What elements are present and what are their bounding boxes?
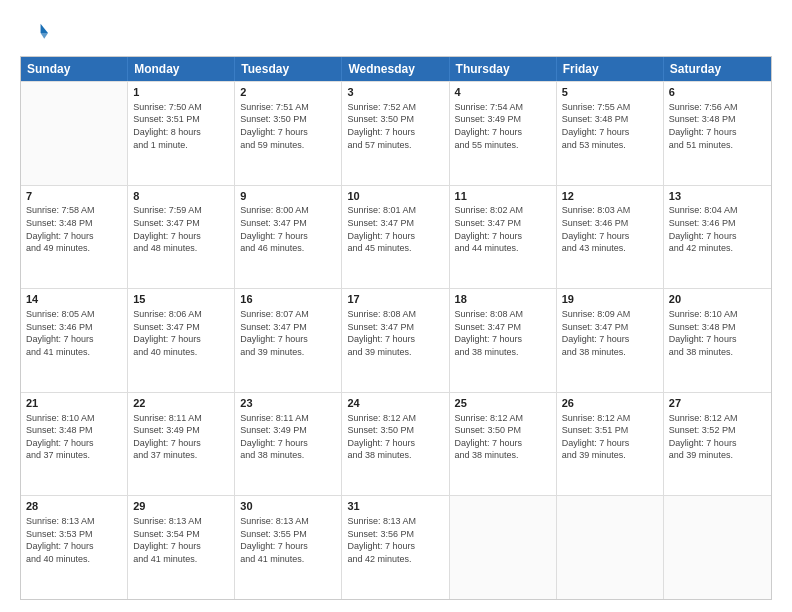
day-info: Sunrise: 8:08 AM Sunset: 3:47 PM Dayligh… <box>455 308 551 358</box>
header-day-sunday: Sunday <box>21 57 128 81</box>
page: SundayMondayTuesdayWednesdayThursdayFrid… <box>0 0 792 612</box>
day-number: 17 <box>347 292 443 307</box>
day-number: 30 <box>240 499 336 514</box>
header-day-thursday: Thursday <box>450 57 557 81</box>
cal-cell: 20Sunrise: 8:10 AM Sunset: 3:48 PM Dayli… <box>664 289 771 392</box>
day-info: Sunrise: 8:12 AM Sunset: 3:50 PM Dayligh… <box>347 412 443 462</box>
day-number: 22 <box>133 396 229 411</box>
day-info: Sunrise: 8:04 AM Sunset: 3:46 PM Dayligh… <box>669 204 766 254</box>
day-number: 7 <box>26 189 122 204</box>
cal-cell: 2Sunrise: 7:51 AM Sunset: 3:50 PM Daylig… <box>235 82 342 185</box>
day-info: Sunrise: 7:58 AM Sunset: 3:48 PM Dayligh… <box>26 204 122 254</box>
day-info: Sunrise: 8:07 AM Sunset: 3:47 PM Dayligh… <box>240 308 336 358</box>
cal-cell: 18Sunrise: 8:08 AM Sunset: 3:47 PM Dayli… <box>450 289 557 392</box>
day-info: Sunrise: 7:56 AM Sunset: 3:48 PM Dayligh… <box>669 101 766 151</box>
logo-icon <box>20 20 48 48</box>
day-number: 9 <box>240 189 336 204</box>
header-day-wednesday: Wednesday <box>342 57 449 81</box>
day-number: 13 <box>669 189 766 204</box>
day-number: 12 <box>562 189 658 204</box>
svg-marker-1 <box>41 33 48 39</box>
cal-cell <box>664 496 771 599</box>
day-info: Sunrise: 7:51 AM Sunset: 3:50 PM Dayligh… <box>240 101 336 151</box>
day-info: Sunrise: 8:00 AM Sunset: 3:47 PM Dayligh… <box>240 204 336 254</box>
header-day-monday: Monday <box>128 57 235 81</box>
day-info: Sunrise: 8:11 AM Sunset: 3:49 PM Dayligh… <box>240 412 336 462</box>
cal-cell: 15Sunrise: 8:06 AM Sunset: 3:47 PM Dayli… <box>128 289 235 392</box>
cal-cell: 23Sunrise: 8:11 AM Sunset: 3:49 PM Dayli… <box>235 393 342 496</box>
header-day-saturday: Saturday <box>664 57 771 81</box>
day-number: 29 <box>133 499 229 514</box>
week-row-2: 7Sunrise: 7:58 AM Sunset: 3:48 PM Daylig… <box>21 185 771 289</box>
cal-cell: 1Sunrise: 7:50 AM Sunset: 3:51 PM Daylig… <box>128 82 235 185</box>
cal-cell: 31Sunrise: 8:13 AM Sunset: 3:56 PM Dayli… <box>342 496 449 599</box>
day-number: 6 <box>669 85 766 100</box>
day-info: Sunrise: 7:52 AM Sunset: 3:50 PM Dayligh… <box>347 101 443 151</box>
week-row-3: 14Sunrise: 8:05 AM Sunset: 3:46 PM Dayli… <box>21 288 771 392</box>
day-info: Sunrise: 8:13 AM Sunset: 3:53 PM Dayligh… <box>26 515 122 565</box>
day-number: 19 <box>562 292 658 307</box>
cal-cell: 19Sunrise: 8:09 AM Sunset: 3:47 PM Dayli… <box>557 289 664 392</box>
cal-cell: 11Sunrise: 8:02 AM Sunset: 3:47 PM Dayli… <box>450 186 557 289</box>
day-info: Sunrise: 8:06 AM Sunset: 3:47 PM Dayligh… <box>133 308 229 358</box>
day-info: Sunrise: 7:59 AM Sunset: 3:47 PM Dayligh… <box>133 204 229 254</box>
cal-cell: 12Sunrise: 8:03 AM Sunset: 3:46 PM Dayli… <box>557 186 664 289</box>
calendar: SundayMondayTuesdayWednesdayThursdayFrid… <box>20 56 772 600</box>
week-row-1: 1Sunrise: 7:50 AM Sunset: 3:51 PM Daylig… <box>21 81 771 185</box>
day-number: 2 <box>240 85 336 100</box>
cal-cell: 10Sunrise: 8:01 AM Sunset: 3:47 PM Dayli… <box>342 186 449 289</box>
day-info: Sunrise: 8:12 AM Sunset: 3:51 PM Dayligh… <box>562 412 658 462</box>
cal-cell <box>21 82 128 185</box>
day-number: 4 <box>455 85 551 100</box>
day-info: Sunrise: 8:13 AM Sunset: 3:56 PM Dayligh… <box>347 515 443 565</box>
day-number: 27 <box>669 396 766 411</box>
cal-cell <box>450 496 557 599</box>
day-number: 3 <box>347 85 443 100</box>
cal-cell: 22Sunrise: 8:11 AM Sunset: 3:49 PM Dayli… <box>128 393 235 496</box>
day-number: 5 <box>562 85 658 100</box>
day-number: 8 <box>133 189 229 204</box>
header-day-tuesday: Tuesday <box>235 57 342 81</box>
week-row-5: 28Sunrise: 8:13 AM Sunset: 3:53 PM Dayli… <box>21 495 771 599</box>
day-info: Sunrise: 7:55 AM Sunset: 3:48 PM Dayligh… <box>562 101 658 151</box>
day-info: Sunrise: 8:08 AM Sunset: 3:47 PM Dayligh… <box>347 308 443 358</box>
cal-cell: 4Sunrise: 7:54 AM Sunset: 3:49 PM Daylig… <box>450 82 557 185</box>
cal-cell: 17Sunrise: 8:08 AM Sunset: 3:47 PM Dayli… <box>342 289 449 392</box>
header-day-friday: Friday <box>557 57 664 81</box>
cal-cell: 3Sunrise: 7:52 AM Sunset: 3:50 PM Daylig… <box>342 82 449 185</box>
day-number: 21 <box>26 396 122 411</box>
day-number: 24 <box>347 396 443 411</box>
day-number: 16 <box>240 292 336 307</box>
cal-cell: 27Sunrise: 8:12 AM Sunset: 3:52 PM Dayli… <box>664 393 771 496</box>
day-number: 26 <box>562 396 658 411</box>
day-info: Sunrise: 8:11 AM Sunset: 3:49 PM Dayligh… <box>133 412 229 462</box>
day-info: Sunrise: 8:09 AM Sunset: 3:47 PM Dayligh… <box>562 308 658 358</box>
cal-cell: 16Sunrise: 8:07 AM Sunset: 3:47 PM Dayli… <box>235 289 342 392</box>
day-info: Sunrise: 8:03 AM Sunset: 3:46 PM Dayligh… <box>562 204 658 254</box>
cal-cell: 26Sunrise: 8:12 AM Sunset: 3:51 PM Dayli… <box>557 393 664 496</box>
day-number: 18 <box>455 292 551 307</box>
cal-cell: 5Sunrise: 7:55 AM Sunset: 3:48 PM Daylig… <box>557 82 664 185</box>
day-info: Sunrise: 8:10 AM Sunset: 3:48 PM Dayligh… <box>26 412 122 462</box>
cal-cell: 21Sunrise: 8:10 AM Sunset: 3:48 PM Dayli… <box>21 393 128 496</box>
cal-cell: 25Sunrise: 8:12 AM Sunset: 3:50 PM Dayli… <box>450 393 557 496</box>
cal-cell <box>557 496 664 599</box>
cal-cell: 8Sunrise: 7:59 AM Sunset: 3:47 PM Daylig… <box>128 186 235 289</box>
calendar-header: SundayMondayTuesdayWednesdayThursdayFrid… <box>21 57 771 81</box>
cal-cell: 6Sunrise: 7:56 AM Sunset: 3:48 PM Daylig… <box>664 82 771 185</box>
cal-cell: 13Sunrise: 8:04 AM Sunset: 3:46 PM Dayli… <box>664 186 771 289</box>
svg-marker-0 <box>41 24 48 33</box>
day-number: 11 <box>455 189 551 204</box>
day-number: 14 <box>26 292 122 307</box>
day-number: 23 <box>240 396 336 411</box>
day-info: Sunrise: 8:12 AM Sunset: 3:52 PM Dayligh… <box>669 412 766 462</box>
cal-cell: 28Sunrise: 8:13 AM Sunset: 3:53 PM Dayli… <box>21 496 128 599</box>
day-number: 20 <box>669 292 766 307</box>
day-info: Sunrise: 7:54 AM Sunset: 3:49 PM Dayligh… <box>455 101 551 151</box>
cal-cell: 29Sunrise: 8:13 AM Sunset: 3:54 PM Dayli… <box>128 496 235 599</box>
day-number: 25 <box>455 396 551 411</box>
day-info: Sunrise: 8:05 AM Sunset: 3:46 PM Dayligh… <box>26 308 122 358</box>
day-number: 15 <box>133 292 229 307</box>
calendar-body: 1Sunrise: 7:50 AM Sunset: 3:51 PM Daylig… <box>21 81 771 599</box>
day-number: 31 <box>347 499 443 514</box>
